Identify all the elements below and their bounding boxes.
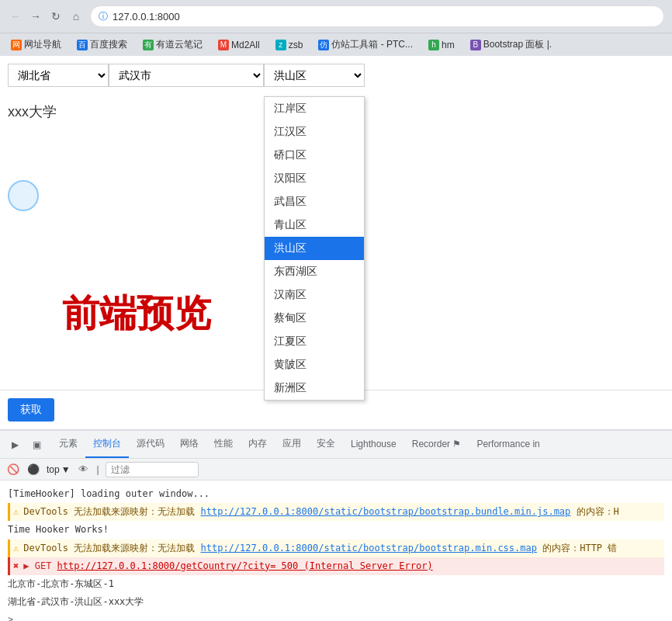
bookmark-youdao[interactable]: 有 有道云笔记 [140, 36, 206, 53]
bookmark-md2all[interactable]: M Md2All [215, 38, 263, 52]
console-link-2[interactable]: http://127.0.0.1:8000/static/bootstrap/b… [200, 543, 536, 553]
forward-button[interactable]: → [28, 9, 43, 24]
bookmark-label: 仿站工具箱 - PTC... [331, 38, 413, 51]
bookmark-baidu[interactable]: 百 百度搜索 [74, 36, 130, 53]
dropdown-item-hanyang[interactable]: 汉阳区 [265, 167, 364, 190]
console-text: [TimeHooker] loading outer window... [8, 487, 210, 501]
dropdown-item-xinzhou[interactable]: 新洲区 [265, 376, 364, 400]
address-bar[interactable]: ⓘ 127.0.0.1:8000 [90, 5, 664, 27]
bookmark-label: 网址导航 [24, 38, 61, 51]
bookmark-label: zsb [289, 40, 303, 50]
dropdown-item-hannan[interactable]: 汉南区 [265, 283, 364, 307]
url-text: 127.0.0.1:8000 [113, 11, 180, 23]
console-line-timehooker-works: Time Hooker Works! [8, 521, 664, 539]
district-select[interactable]: 洪山区 [264, 64, 365, 87]
bookmark-icon-zsb: z [275, 40, 286, 50]
tab-elements[interactable]: 元素 [51, 431, 85, 458]
tab-sources[interactable]: 源代码 [129, 431, 172, 458]
dropdown-item-jiangxia[interactable]: 江夏区 [265, 330, 364, 353]
selects-row: 湖北省 武汉市 洪山区 江岸区 江汉区 硚口区 汉阳区 武昌区 青山区 洪山区 … [8, 64, 664, 87]
bookmark-fanzhan[interactable]: 仿 仿站工具箱 - PTC... [315, 36, 416, 53]
reload-button[interactable]: ↻ [48, 9, 64, 24]
bookmark-icon-youdao: 有 [143, 40, 154, 50]
dropdown-item-hongshan[interactable]: 洪山区 [265, 237, 364, 260]
home-button[interactable]: ⌂ [68, 9, 84, 24]
filter-separator: | [97, 464, 99, 475]
tab-lighthouse[interactable]: Lighthouse [343, 432, 404, 457]
device-toggle-button[interactable]: ▣ [28, 436, 45, 453]
console-ban-icon[interactable]: 🚫 [6, 463, 20, 477]
dropdown-item-huangpi[interactable]: 黄陂区 [265, 353, 364, 376]
dropdown-item-jiangan[interactable]: 江岸区 [265, 97, 364, 120]
context-chevron: ▼ [61, 464, 71, 475]
devtools-tabs-bar: ▶ ▣ 元素 控制台 源代码 网络 性能 内存 应用 安全 Lighthouse… [0, 431, 672, 459]
console-link-1[interactable]: http://127.0.0.1:8000/static/bootstrap/b… [200, 506, 570, 517]
console-filter-input[interactable] [106, 462, 199, 477]
console-link-error[interactable]: http://127.0.0.1:8000/getCountry/?city= … [57, 560, 433, 571]
console-prompt-symbol: > [8, 612, 13, 621]
warning-icon: ⚠ [13, 505, 19, 519]
dropdown-item-qingshan[interactable]: 青山区 [265, 213, 364, 237]
bookmark-label: hm [442, 40, 455, 50]
context-label: top [47, 464, 60, 475]
nav-buttons: ← → ↻ ⌂ [8, 9, 84, 24]
tab-console[interactable]: 控制台 [85, 431, 129, 458]
error-icon: ✖ [13, 559, 19, 574]
console-text: Time Hooker Works! [8, 522, 109, 537]
bookmark-label: Bootstrap 面板 |. [483, 38, 552, 51]
devtools-panel: ▶ ▣ 元素 控制台 源代码 网络 性能 内存 应用 安全 Lighthouse… [0, 429, 672, 621]
bookmark-hm[interactable]: h hm [425, 38, 458, 52]
logo-circle [8, 180, 39, 211]
bookmark-icon-hm: h [428, 40, 439, 50]
tab-performance-insights[interactable]: Performance in [469, 432, 547, 457]
console-line-warning2: ⚠ DevTools 无法加载来源映射：无法加载 http://127.0.0.… [8, 539, 664, 557]
bookmark-icon-baidu: 百 [77, 40, 88, 50]
console-prompt-line: > [8, 611, 664, 621]
console-line-hubei: 湖北省-武汉市-洪山区-xxx大学 [8, 593, 664, 611]
secure-icon: ⓘ [99, 10, 108, 23]
tab-network[interactable]: 网络 [172, 431, 206, 458]
tab-security[interactable]: 安全 [309, 431, 343, 458]
dropdown-item-jianghan[interactable]: 江汉区 [265, 120, 364, 144]
page-content: 湖北省 武汉市 洪山区 江岸区 江汉区 硚口区 汉阳区 武昌区 青山区 洪山区 … [0, 56, 672, 390]
get-button[interactable]: 获取 [8, 398, 54, 422]
dropdown-item-dongxihu[interactable]: 东西湖区 [265, 260, 364, 283]
city-select[interactable]: 武汉市 [109, 64, 264, 87]
console-line-warning1: ⚠ DevTools 无法加载来源映射：无法加载 http://127.0.0.… [8, 503, 664, 521]
bookmark-icon-bootstrap: B [470, 40, 481, 50]
console-line-error: ✖ ▶ GET http://127.0.0.1:8000/getCountry… [8, 557, 664, 575]
province-select[interactable]: 湖北省 [8, 64, 109, 87]
browser-toolbar: ← → ↻ ⌂ ⓘ 127.0.0.1:8000 [0, 0, 672, 33]
bookmark-label: 有道云笔记 [156, 38, 203, 51]
back-button[interactable]: ← [8, 9, 23, 24]
dropdown-item-caidian[interactable]: 蔡甸区 [265, 307, 364, 330]
tab-memory[interactable]: 内存 [241, 431, 275, 458]
console-text: DevTools 无法加载来源映射：无法加载 http://127.0.0.1:… [23, 505, 619, 519]
tab-application[interactable]: 应用 [275, 431, 309, 458]
devtools-icon-buttons: ▶ ▣ [6, 436, 45, 453]
bookmark-icon-md2all: M [218, 40, 229, 50]
context-select[interactable]: top ▼ [47, 464, 71, 475]
inspect-element-button[interactable]: ▶ [6, 436, 23, 453]
bookmark-label: 百度搜索 [90, 38, 127, 51]
bookmark-zsb[interactable]: z zsb [272, 38, 307, 52]
bookmark-bootstrap[interactable]: B Bootstrap 面板 |. [467, 36, 555, 53]
dropdown-item-wuchang[interactable]: 武昌区 [265, 190, 364, 213]
bookmark-wangzhi[interactable]: 网 网址导航 [8, 36, 64, 53]
console-text: 北京市-北京市-东城区-1 [8, 577, 114, 592]
console-text: 湖北省-武汉市-洪山区-xxx大学 [8, 595, 144, 609]
console-line-beijing: 北京市-北京市-东城区-1 [8, 575, 664, 593]
tab-performance[interactable]: 性能 [206, 431, 241, 458]
console-block-icon[interactable]: ⚫ [26, 463, 40, 477]
console-text: DevTools 无法加载来源映射：无法加载 http://127.0.0.1:… [23, 541, 617, 556]
preview-text: 前端预览 [62, 289, 211, 338]
bookmark-icon-wangzhi: 网 [11, 40, 22, 50]
bookmark-label: Md2All [231, 40, 260, 50]
tab-recorder[interactable]: Recorder ⚑ [404, 432, 469, 457]
console-output: [TimeHooker] loading outer window... ⚠ D… [0, 480, 672, 621]
browser-chrome: ← → ↻ ⌂ ⓘ 127.0.0.1:8000 网 网址导航 百 百度搜索 有… [0, 0, 672, 56]
console-eye-icon[interactable]: 👁 [77, 463, 91, 477]
dropdown-item-qiaokou[interactable]: 硚口区 [265, 144, 364, 167]
warning-icon-2: ⚠ [13, 541, 19, 556]
devtools-subtoolbar: 🚫 ⚫ top ▼ 👁 | [0, 459, 672, 480]
